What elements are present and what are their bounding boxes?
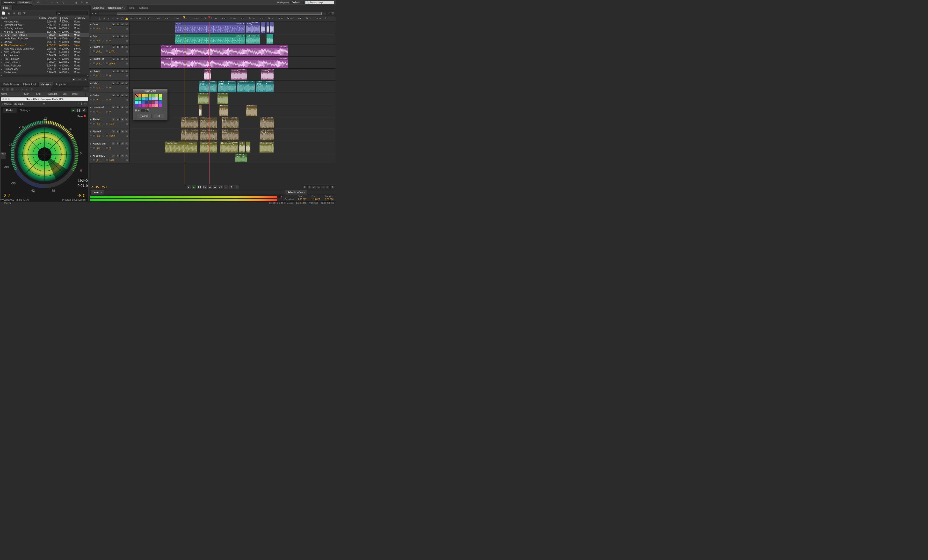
automation-icon[interactable]: ▾ [90, 50, 92, 52]
current-time[interactable]: 2:35.751 [91, 185, 107, 189]
volume-knob[interactable] [93, 74, 95, 77]
track-header[interactable]: ▸ Harpsichord M S R I ▾ -12 ⟨⟩ 0 ▣ [89, 141, 130, 153]
audio-clip[interactable]: HarpsichordVolume ▾ [259, 141, 274, 153]
track-output-icon[interactable]: ▸ [90, 154, 92, 157]
solo-button[interactable]: S [116, 46, 120, 48]
radar-reset-button[interactable]: ↺ [82, 108, 87, 112]
track-header[interactable]: ▸ Hi Strings L M S R I ▾ -5 ⟨⟩ L100 ▣ [89, 153, 130, 163]
track-header[interactable]: ▸ Piano L M S R I ▾ -5.5 ⟨⟩ L100 ▣ [89, 117, 130, 129]
audio-clip[interactable]: SubVolume ▾ [175, 34, 245, 44]
new-multitrack-icon[interactable]: ▥ [17, 11, 21, 15]
panel-tab[interactable]: Markers× [38, 82, 53, 87]
ruler-route-icon[interactable]: ⇉ [116, 17, 120, 21]
mute-button[interactable]: M [112, 70, 115, 73]
automation-icon[interactable]: ▾ [90, 98, 92, 101]
levels-tab[interactable]: Levels× [90, 190, 104, 195]
radar-info-icon[interactable]: ⓘ [84, 102, 87, 105]
file-row[interactable]: ♪Nord Beep.wav6:26.48944100 HzMono [0, 50, 89, 53]
files-hscroll[interactable] [0, 74, 89, 77]
pan-knob[interactable] [105, 110, 108, 113]
markers-columns[interactable]: NameStartEndDurationTypeDescr [0, 92, 89, 96]
arm-button[interactable]: R [121, 23, 124, 26]
arm-button[interactable]: R [121, 46, 124, 48]
monitor-button[interactable]: I [125, 106, 128, 109]
track-output-icon[interactable]: ▸ [90, 35, 92, 38]
arm-button[interactable]: R [121, 130, 124, 133]
color-swatch[interactable] [152, 101, 155, 104]
arm-button[interactable]: R [121, 70, 124, 73]
automation-icon[interactable]: ▾ [90, 40, 92, 42]
color-swatch[interactable] [135, 94, 138, 97]
track-name[interactable]: Guitar [93, 94, 111, 97]
solo-button[interactable]: S [116, 106, 120, 109]
track-lane[interactable]: BassVolume ▾BassVolume ▾ [130, 22, 336, 34]
track-output-icon[interactable]: ▸ [90, 94, 92, 97]
track-lane[interactable]: SubVolume ▾SubVolume ▾ [130, 34, 336, 44]
color-swatch[interactable] [139, 101, 141, 104]
marker-tool4-icon[interactable]: ⇥ [21, 88, 24, 91]
radar-save-preset-icon[interactable]: ⇩ [77, 102, 79, 105]
volume-value[interactable]: -4.4 [96, 40, 102, 42]
monitor-button[interactable]: I [125, 35, 128, 38]
tool-razor-icon[interactable]: ✂ [55, 1, 59, 5]
tool-spot-icon[interactable]: ◉ [85, 1, 89, 5]
color-swatches[interactable] [133, 93, 168, 108]
hue-input[interactable] [141, 109, 150, 112]
zoom-in-h-icon[interactable]: ⊕ [303, 185, 307, 189]
file-row[interactable]: ♪Plug one.wav6:26.48944100 HzMono [0, 67, 89, 70]
automation-icon[interactable]: ▾ [90, 62, 92, 64]
color-swatch[interactable] [145, 104, 148, 107]
arm-button[interactable]: R [121, 118, 124, 121]
color-swatch[interactable] [159, 94, 162, 97]
mute-button[interactable]: M [112, 46, 115, 48]
color-swatch[interactable] [142, 94, 145, 97]
color-swatch[interactable] [145, 94, 148, 97]
color-swatch[interactable] [135, 98, 138, 100]
arm-button[interactable]: R [121, 82, 124, 85]
file-row[interactable]: ▣MA - Teardrop.sesx *7:05.13844100 HzSte… [0, 44, 89, 47]
radar-preset-select[interactable]: (Custom) [12, 102, 46, 106]
volume-value[interactable]: -5 [96, 159, 102, 162]
track-fx-icon[interactable]: ▣ [126, 159, 128, 162]
track-fx-icon[interactable]: ▣ [126, 134, 128, 137]
hue-reset-icon[interactable]: ↺ [163, 109, 166, 112]
audio-clip[interactable]: Guitar…e ▾ [217, 93, 229, 104]
track-name[interactable]: Bass [93, 23, 111, 26]
solo-button[interactable]: S [116, 130, 120, 133]
color-swatch[interactable] [159, 104, 162, 107]
multitrack-mode-button[interactable]: Multitrack [17, 0, 32, 5]
delete-icon[interactable]: 🗑 [23, 11, 27, 15]
monitor-button[interactable]: I [125, 118, 128, 121]
track-fx-icon[interactable]: ▣ [126, 39, 128, 42]
color-swatch[interactable] [139, 98, 141, 100]
tool-select-icon[interactable]: ▭ [50, 1, 54, 5]
color-swatch[interactable] [139, 104, 141, 107]
automation-icon[interactable]: ▾ [90, 74, 92, 76]
tool-heal-icon[interactable]: ◆ [75, 1, 78, 5]
audio-clip[interactable]: Hamond ▾ [246, 105, 257, 116]
audio-clip[interactable] [270, 22, 274, 34]
audio-clip[interactable]: BassVolume ▾ [175, 22, 245, 34]
audio-clip[interactable]: SubVolume ▾ [246, 34, 260, 44]
marker-tool5-icon[interactable]: ⇤ [26, 88, 29, 91]
audio-clip[interactable] [246, 141, 250, 153]
arm-button[interactable]: R [121, 154, 124, 157]
track-header[interactable]: ▸ DRUMS L M S R I ▾ -6.2 ⟨⟩ L100 ▣ [89, 44, 130, 56]
audio-clip[interactable]: Piano Right …me ▾ [200, 129, 217, 141]
audio-clip[interactable] [261, 22, 266, 34]
color-swatch[interactable] [142, 98, 145, 100]
overview-prev-icon[interactable]: ◂ [91, 12, 94, 15]
volume-value[interactable]: -5.8 [96, 74, 102, 77]
open-file-icon[interactable]: 📄 [2, 11, 5, 15]
stop-button[interactable]: ■ [186, 185, 191, 189]
pan-value[interactable]: 0 [110, 98, 111, 101]
monitor-button[interactable]: I [125, 70, 128, 73]
solo-button[interactable]: S [116, 142, 120, 145]
files-tab[interactable]: Files× [1, 6, 12, 10]
audio-clip[interactable] [199, 105, 201, 116]
pan-value[interactable]: L100 [110, 50, 114, 53]
mute-button[interactable]: M [112, 94, 115, 97]
volume-knob[interactable] [93, 98, 95, 101]
zoom-out-h-icon[interactable]: ⊖ [307, 185, 311, 189]
overview-zoomfit-icon[interactable]: ⤢ [327, 12, 331, 15]
